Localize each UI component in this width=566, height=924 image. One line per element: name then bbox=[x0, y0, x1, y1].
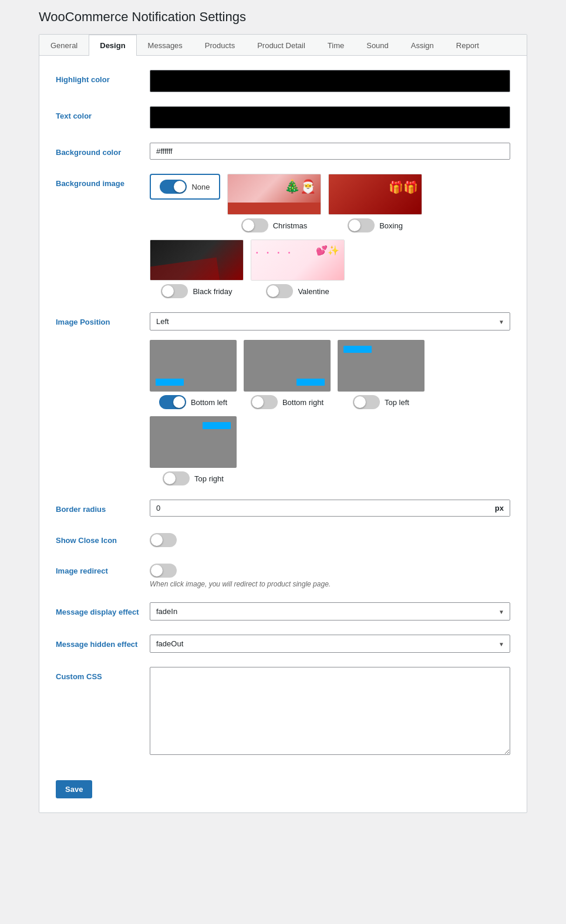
image-redirect-label: Image redirect bbox=[56, 561, 150, 576]
position-bar-bl bbox=[156, 379, 184, 386]
position-tl-label: Top left bbox=[385, 398, 409, 407]
tab-time[interactable]: Time bbox=[316, 35, 355, 56]
bg-image-none-item: None bbox=[150, 174, 220, 232]
position-br-label: Bottom right bbox=[282, 398, 324, 407]
border-radius-input[interactable] bbox=[150, 500, 489, 516]
bg-boxing-label: Boxing bbox=[379, 221, 403, 230]
image-position-label: Image Position bbox=[56, 312, 150, 328]
show-close-icon-toggle[interactable] bbox=[150, 533, 177, 547]
bg-color-label: Background color bbox=[56, 143, 150, 158]
image-position-select[interactable]: Left Right Center bbox=[150, 312, 510, 331]
image-position-select-wrap: Left Right Center ▼ bbox=[150, 312, 510, 331]
tab-report[interactable]: Report bbox=[445, 35, 490, 56]
message-display-effect-select[interactable]: fadeIn fadeOut slideIn slideOut bbox=[150, 602, 510, 621]
position-bar-br bbox=[297, 379, 325, 386]
position-tr-toggle-wrap: Top right bbox=[163, 471, 224, 485]
custom-css-label: Custom CSS bbox=[56, 667, 150, 682]
show-close-icon-label: Show Close Icon bbox=[56, 531, 150, 546]
bg-none-label: None bbox=[191, 183, 210, 191]
position-bottom-right-preview bbox=[244, 340, 331, 392]
bg-none-toggle[interactable] bbox=[160, 180, 187, 194]
bg-image-blackfriday-item: Black friday bbox=[150, 240, 244, 298]
tab-messages[interactable]: Messages bbox=[137, 35, 194, 56]
tab-sound[interactable]: Sound bbox=[355, 35, 400, 56]
bg-christmas-toggle-wrap: Christmas bbox=[241, 218, 308, 232]
position-bl-toggle[interactable] bbox=[159, 395, 186, 409]
message-hidden-effect-select[interactable]: fadeOut fadeIn slideIn slideOut bbox=[150, 635, 510, 653]
bg-blackfriday-label: Black friday bbox=[193, 287, 232, 296]
message-hidden-effect-label: Message hidden effect bbox=[56, 635, 150, 650]
bg-christmas-toggle[interactable] bbox=[241, 218, 268, 232]
border-radius-row: Border radius px bbox=[56, 500, 510, 517]
border-radius-input-wrap: px bbox=[150, 500, 510, 517]
position-top-right-preview bbox=[150, 416, 237, 468]
text-color-row: Text color bbox=[56, 106, 510, 129]
tab-product-detail[interactable]: Product Detail bbox=[246, 35, 316, 56]
position-bottom-left-item: Bottom left bbox=[150, 340, 237, 409]
position-tl-toggle[interactable] bbox=[353, 395, 380, 409]
bg-image-boxing-item: Boxing bbox=[328, 174, 422, 232]
tab-products[interactable]: Products bbox=[194, 35, 246, 56]
bg-image-boxing-preview[interactable] bbox=[328, 174, 422, 215]
text-color-swatch[interactable] bbox=[150, 106, 510, 129]
tab-assign[interactable]: Assign bbox=[400, 35, 445, 56]
position-previews-grid: Bottom left bbox=[150, 340, 510, 485]
position-top-left-item: Top left bbox=[338, 340, 424, 409]
message-display-effect-label: Message display effect bbox=[56, 602, 150, 618]
position-tl-toggle-wrap: Top left bbox=[353, 395, 409, 409]
custom-css-row: Custom CSS bbox=[56, 667, 510, 757]
bg-blackfriday-toggle-wrap: Black friday bbox=[161, 284, 232, 298]
bg-valentine-toggle-wrap: Valentine bbox=[266, 284, 329, 298]
position-br-toggle-wrap: Bottom right bbox=[251, 395, 324, 409]
image-redirect-row: Image redirect When click image, you wil… bbox=[56, 561, 510, 588]
tab-design[interactable]: Design bbox=[89, 35, 136, 56]
tabs-bar: General Design Messages Products Product… bbox=[39, 35, 527, 56]
text-color-label: Text color bbox=[56, 106, 150, 122]
border-radius-suffix: px bbox=[489, 500, 510, 516]
position-tr-label: Top right bbox=[194, 474, 224, 483]
position-bar-tr bbox=[203, 422, 231, 429]
position-bar-tl bbox=[343, 346, 372, 353]
image-position-row: Image Position Left Right Center ▼ bbox=[56, 312, 510, 485]
position-top-left-preview bbox=[338, 340, 424, 392]
bg-image-valentine-preview[interactable] bbox=[251, 240, 345, 281]
save-button[interactable]: Save bbox=[56, 780, 92, 798]
bg-image-christmas-item: Christmas bbox=[227, 174, 321, 232]
position-br-toggle[interactable] bbox=[251, 395, 278, 409]
bg-color-row: Background color #ffffff bbox=[56, 143, 510, 160]
image-redirect-toggle[interactable] bbox=[150, 564, 177, 578]
bg-blackfriday-toggle[interactable] bbox=[161, 284, 188, 298]
show-close-icon-row: Show Close Icon bbox=[56, 531, 510, 547]
bg-image-row: Background image None bbox=[56, 174, 510, 298]
bg-images-grid: None bbox=[150, 174, 510, 298]
position-tr-toggle[interactable] bbox=[163, 471, 190, 485]
bg-color-input[interactable]: #ffffff bbox=[150, 143, 510, 160]
bg-valentine-label: Valentine bbox=[298, 287, 329, 296]
save-bar: Save bbox=[56, 771, 510, 798]
border-radius-label: Border radius bbox=[56, 500, 150, 515]
position-top-right-item: Top right bbox=[150, 416, 237, 485]
message-hidden-effect-select-wrap: fadeOut fadeIn slideIn slideOut ▼ bbox=[150, 635, 510, 653]
bg-boxing-toggle-wrap: Boxing bbox=[348, 218, 403, 232]
bg-image-christmas-preview[interactable] bbox=[227, 174, 321, 215]
bg-valentine-toggle[interactable] bbox=[266, 284, 293, 298]
message-display-effect-select-wrap: fadeIn fadeOut slideIn slideOut ▼ bbox=[150, 602, 510, 621]
bg-image-valentine-item: Valentine bbox=[251, 240, 345, 298]
image-redirect-helper: When click image, you will redirect to p… bbox=[150, 580, 510, 588]
position-bottom-right-item: Bottom right bbox=[244, 340, 331, 409]
custom-css-textarea[interactable] bbox=[150, 667, 510, 755]
position-bottom-left-preview bbox=[150, 340, 237, 392]
bg-image-label: Background image bbox=[56, 174, 150, 189]
highlight-color-row: Highlight color bbox=[56, 70, 510, 92]
position-bl-label: Bottom left bbox=[191, 398, 227, 407]
page-title: WooCommerce Notification Settings bbox=[39, 9, 527, 25]
tab-general[interactable]: General bbox=[39, 35, 89, 56]
message-display-effect-row: Message display effect fadeIn fadeOut sl… bbox=[56, 602, 510, 621]
bg-boxing-toggle[interactable] bbox=[348, 218, 375, 232]
bg-image-blackfriday-preview[interactable] bbox=[150, 240, 244, 281]
bg-image-none-button[interactable]: None bbox=[150, 174, 220, 200]
highlight-color-swatch[interactable] bbox=[150, 70, 510, 92]
position-bl-toggle-wrap: Bottom left bbox=[159, 395, 227, 409]
message-hidden-effect-row: Message hidden effect fadeOut fadeIn sli… bbox=[56, 635, 510, 653]
highlight-color-label: Highlight color bbox=[56, 70, 150, 85]
